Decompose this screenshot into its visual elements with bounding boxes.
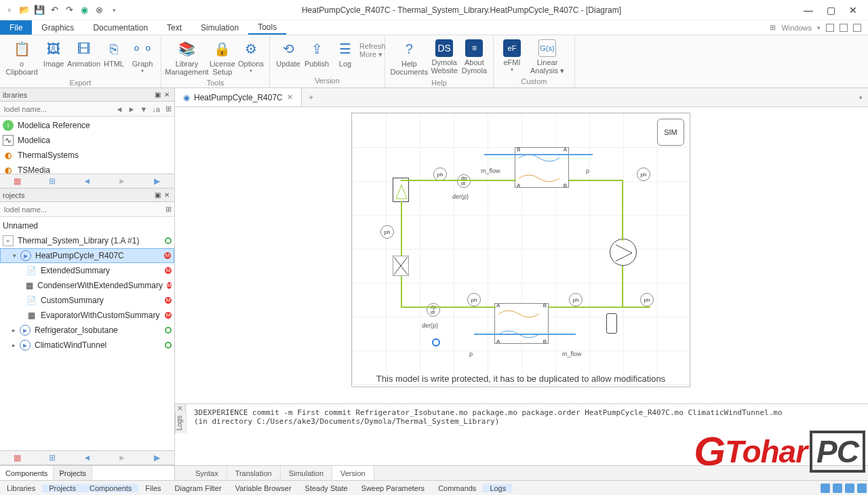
filter-icon[interactable]: ▼ — [138, 103, 150, 115]
layout-2-icon[interactable] — [840, 24, 848, 32]
help-docs-button[interactable]: ?Help Documents — [389, 38, 429, 77]
layout-3-icon[interactable] — [853, 24, 861, 32]
view-list-icon[interactable]: ▦ — [0, 174, 35, 188]
layout-1-icon[interactable] — [826, 24, 834, 32]
animation-button[interactable]: 🎞Animation — [68, 38, 100, 69]
run-icon[interactable]: ◉ — [79, 5, 90, 16]
status-libraries[interactable]: Libraries — [0, 484, 42, 492]
documentation-tab[interactable]: Documentation — [83, 20, 157, 35]
tab-projects-bottom[interactable]: Projects — [54, 466, 92, 480]
condenser-block[interactable]: B A A B — [515, 147, 569, 188]
nav-fwd-icon[interactable]: ► — [125, 103, 138, 115]
projects-filter-input[interactable] — [0, 205, 162, 214]
refresh-button[interactable]: Refresh — [359, 42, 386, 50]
diagram-viewport[interactable]: SIM B A A B A B A B — [175, 107, 868, 403]
layout-icon-3[interactable] — [845, 483, 854, 493]
graphics-tab[interactable]: Graphics — [32, 20, 83, 35]
sensor-ph2[interactable]: ph — [637, 167, 650, 181]
status-steady-state[interactable]: Steady State — [298, 484, 355, 492]
proj-item-evaporator[interactable]: ▦EvaporatorWithCustomSummaryM — [0, 308, 174, 323]
text-tab[interactable]: Text — [157, 20, 191, 35]
proj-item-customsummary[interactable]: 📄CustomSummaryM — [0, 293, 174, 308]
logtab-syntax[interactable]: Syntax — [187, 466, 227, 480]
bottle-block[interactable] — [606, 313, 617, 334]
layout-icon-4[interactable] — [857, 483, 867, 493]
layout-icon-1[interactable] — [821, 483, 830, 493]
simulation-tab[interactable]: Simulation — [191, 20, 248, 35]
close-projects-icon[interactable]: ✕ — [162, 191, 172, 199]
status-diagram-filter[interactable]: Diagram Filter — [168, 484, 229, 492]
log-button[interactable]: ☰Log — [331, 38, 359, 69]
logtab-simulation[interactable]: Simulation — [281, 466, 332, 480]
proj-item-refrigerator[interactable]: ▸▸Refrigerator_Isobutane — [0, 323, 174, 338]
update-button[interactable]: ⟲Update — [274, 38, 302, 69]
proj-item-climatic[interactable]: ▸▸ClimaticWindTunnel — [0, 338, 174, 353]
expand-icon[interactable]: ⊞ — [162, 103, 174, 115]
publish-button[interactable]: ⇪Publish — [302, 38, 331, 69]
logtab-translation[interactable]: Translation — [227, 466, 281, 480]
lib-item-modelica-ref[interactable]: iModelica Reference — [0, 118, 174, 133]
nav-up-icon[interactable]: ▶ — [140, 174, 174, 188]
sim-block[interactable]: SIM — [657, 119, 684, 146]
receiver-block[interactable] — [393, 178, 409, 202]
status-projects[interactable]: Projects — [42, 484, 83, 492]
new-icon[interactable]: ▫ — [4, 5, 15, 16]
proj-expand-icon[interactable]: ⊞ — [162, 203, 174, 216]
status-files[interactable]: Files — [138, 484, 167, 492]
logtab-version[interactable]: Version — [332, 466, 374, 480]
minimize-button[interactable]: — — [804, 5, 813, 16]
status-commands[interactable]: Commands — [431, 484, 483, 492]
pview-list-icon[interactable]: ▦ — [0, 451, 35, 464]
about-button[interactable]: ≡About Dymola — [460, 38, 489, 76]
tools-tab[interactable]: Tools — [248, 20, 286, 35]
website-button[interactable]: DSDymola Website — [429, 38, 460, 76]
tab-components[interactable]: Components — [0, 466, 54, 480]
proj-item-condenser[interactable]: ▦CondenserWithExtendedSummaryM — [0, 278, 174, 293]
efmi-button[interactable]: eFeFMI▾ — [498, 38, 526, 74]
log-close-icon[interactable]: ✕ — [175, 404, 186, 413]
lib-item-modelica[interactable]: ∿Modelica — [0, 133, 174, 148]
proj-item-unnamed[interactable]: Unnamed — [0, 218, 174, 233]
evaporator-block[interactable]: A B A B — [494, 303, 549, 344]
options-button[interactable]: ⚙Options▾ — [237, 38, 265, 75]
maximize-button[interactable]: ▢ — [827, 5, 835, 16]
lib-item-tsmedia[interactable]: ◐TSMedia — [0, 163, 174, 174]
undo-icon[interactable]: ↶ — [49, 5, 60, 16]
stop-icon[interactable]: ⊗ — [94, 5, 104, 16]
close-tab-icon[interactable]: ✕ — [287, 93, 293, 102]
pnav-next-icon[interactable]: ► — [104, 451, 139, 464]
proj-item-heatpump[interactable]: ▾▸HeatPumpCycle_R407CM — [0, 248, 174, 263]
more-button[interactable]: More ▾ — [359, 50, 386, 59]
compressor-block[interactable] — [610, 239, 637, 266]
html-button[interactable]: ⎘HTML — [100, 38, 128, 69]
status-variable-browser[interactable]: Variable Browser — [229, 484, 298, 492]
pnav-up-icon[interactable]: ▶ — [140, 451, 174, 464]
library-mgmt-button[interactable]: 📚Library Management — [165, 38, 208, 77]
nav-back-icon[interactable]: ◄ — [113, 103, 125, 115]
add-tab-button[interactable]: + — [302, 93, 321, 102]
close-panel-icon[interactable]: ✕ — [162, 91, 172, 98]
qat-dropdown-icon[interactable]: ▾ — [108, 5, 119, 16]
pin-icon[interactable]: ▣ — [153, 91, 162, 98]
close-button[interactable]: ✕ — [849, 5, 857, 16]
windows-label[interactable]: Windows — [781, 24, 812, 32]
license-button[interactable]: 🔒License Setup — [208, 38, 237, 77]
log-output[interactable]: 3DEXPERIENCE commit -m First commit Refr… — [187, 404, 868, 465]
sensor-ph4[interactable]: ph — [380, 225, 394, 239]
proj-item-extsummary[interactable]: 📄ExtendedSummaryM — [0, 263, 174, 278]
graph-button[interactable]: ⚬⚬Graph▾ — [128, 38, 157, 75]
view-grid-icon[interactable]: ⊞ — [35, 174, 69, 188]
pview-grid-icon[interactable]: ⊞ — [35, 451, 69, 464]
sort-icon[interactable]: ↓a — [150, 103, 162, 115]
sensor-ph1[interactable]: ph — [640, 293, 654, 306]
status-sweep[interactable]: Sweep Parameters — [355, 484, 432, 492]
proj-item-library[interactable]: ▫Thermal_System_Library (1.A #1) — [0, 233, 174, 248]
pnav-prev-icon[interactable]: ◄ — [70, 451, 104, 464]
layout-icon-2[interactable] — [833, 483, 842, 493]
nav-prev-icon[interactable]: ◄ — [70, 174, 104, 188]
pin-projects-icon[interactable]: ▣ — [153, 191, 162, 199]
linear-button[interactable]: G(s)Linear Analysis ▾ — [526, 38, 568, 76]
doc-tab-heatpump[interactable]: ◉ HeatPumpCycle_R407C ✕ — [175, 88, 302, 106]
sensor-ph-bl[interactable]: ph — [467, 293, 481, 306]
status-logs[interactable]: Logs — [483, 484, 513, 492]
